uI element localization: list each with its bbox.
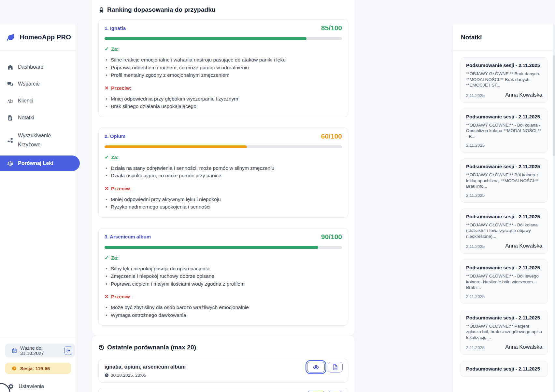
cons-item: Mniej odpowiednia przy głębokim wyczerpa… [105,95,342,103]
check-icon: ✓ [105,255,109,261]
note-title: Podsumowanie sesji - 2.11.2025 [466,366,542,372]
pros-item: Poprawa oddechem i ruchem, co może pomóc… [105,64,342,72]
notes-panel: Notatki Podsumowanie sesji - 2.11.2025 *… [453,24,555,392]
note-date: 2.11.2025 [466,193,485,198]
pros-heading: ✓Za: [105,46,342,53]
history-title: Ostatnie porównania (max 20) [107,344,196,351]
notes-panel-title: Notatki [453,24,555,41]
pros-heading: ✓Za: [105,154,342,161]
note-title: Podsumowanie sesji - 2.11.2025 [466,213,542,220]
leaf-logo-icon [7,33,15,42]
sidebar-footer-divider [0,337,76,337]
score-bar-fill [105,37,306,40]
cross-icon: ✕ [105,85,109,91]
remedy-score: 60/100 [321,132,342,140]
view-comparison-button[interactable] [307,362,325,372]
check-icon: ✓ [105,46,109,52]
history-item-actions: PDF [307,362,343,372]
pros-item: Poprawa ciepłem i małymi ilościami wody … [105,280,342,288]
network-icon [7,137,13,143]
session-timer-box: Sesja: 119:56 [5,363,71,374]
history-item-time: 30.10.2025, 23:05 [105,373,342,378]
note-title: Podsumowanie sesji - 2.11.2025 [466,114,542,120]
rank-card-opium: 2. Opium 60/100 ✓Za: Działa na stany odr… [98,128,348,218]
pros-item: Silny lęk i niepokój pasują do opisu pac… [105,265,342,273]
note-card[interactable]: Podsumowanie sesji - 2.11.2025 **OBJAWY … [461,57,548,103]
remedy-name: 3. Arsenicum album [105,234,151,239]
document-icon [7,115,13,121]
sidebar-item-wyszukiwanie-krzyzowe[interactable]: Wyszukiwanie Krzyżowe [0,128,76,153]
note-date: 2.11.2025 [466,244,485,249]
note-card[interactable]: Podsumowanie sesji - 2.11.2025 **OBJAWY … [461,260,548,304]
chat-icon [7,81,13,87]
note-preview: **OBJAWY GŁÓWNE:** Ból kolana z lekką op… [466,172,542,189]
sidebar-item-notatki[interactable]: Notatki [0,111,76,125]
ranking-header: Ranking dopasowania do przypadku [98,6,348,13]
svg-text:PDF: PDF [334,367,337,369]
cons-item: Brak silnego działania uspokajającego [105,102,342,110]
history-item[interactable]: ignatia, opium, arsenicum album 30.10.20… [98,359,348,383]
note-card[interactable]: Podsumowanie sesji - 2.11.2025 [461,361,548,377]
eye-icon [313,364,319,371]
sidebar-item-wsparcie[interactable]: Wsparcie [0,77,76,91]
home-icon [7,64,13,70]
score-bar-track [105,145,342,148]
settings-label: Ustawienia [19,384,44,389]
note-card[interactable]: Podsumowanie sesji - 2.11.2025 **OBJAWY … [461,158,548,203]
clock-icon [12,366,17,371]
history-section: Ostatnie porównania (max 20) ignatia, op… [92,335,355,392]
cross-icon: ✕ [105,186,109,191]
note-card[interactable]: Podsumowanie sesji - 2.11.2025 **OBJAWY … [461,109,548,153]
note-date: 2.11.2025 [466,93,485,98]
notes-list: Podsumowanie sesji - 2.11.2025 **OBJAWY … [453,51,555,377]
history-icon [98,345,105,351]
export-pdf-button[interactable]: PDF [328,362,343,372]
cons-list: Mniej odpowiednia przy głębokim wyczerpa… [105,95,342,110]
app-logo: HomeoApp PRO [0,24,76,42]
sidebar-item-porownaj-leki[interactable]: Porównaj Leki [0,155,80,171]
cons-item: Mniej odpowiedni przy aktywnym lęku i ni… [105,196,342,203]
remedy-name: 1. Ignatia [105,25,126,31]
pros-list: Silne reakcje emocjonalne i wahania nast… [105,56,342,79]
score-bar-track [105,246,342,249]
pros-item: Zmęczenie i niepokój ruchowy dobrze opis… [105,272,342,280]
note-author: Anna Kowalska [505,92,542,98]
medal-icon [98,7,105,13]
cons-list: Mniej odpowiedni przy aktywnym lęku i ni… [105,196,342,211]
sidebar-item-klienci[interactable]: Klienci [0,94,76,108]
note-author: Anna Kowalska [505,243,542,249]
pros-heading: ✓Za: [105,254,342,262]
note-preview: **OBJAWY GŁÓWNE:** - Ból kolana (charakt… [466,222,542,239]
score-bar-fill [105,145,247,148]
note-title: Podsumowanie sesji - 2.11.2025 [466,315,542,321]
cross-icon: ✕ [105,294,109,299]
pros-list: Działa na stany odrętwienia i senności, … [105,164,342,180]
notes-scrollbar[interactable] [553,24,555,392]
cons-heading: ✕Przeciw: [105,85,342,92]
logout-button[interactable] [64,346,72,355]
history-item-actions [307,391,343,392]
note-preview: **OBJAWY GŁÓWNE:** Pacjent zgłasza ból, … [466,323,542,341]
note-card[interactable]: Podsumowanie sesji - 2.11.2025 **OBJAWY … [461,209,548,254]
notes-scrollbar-thumb[interactable] [553,55,555,156]
logout-icon [66,348,71,353]
sidebar-item-dashboard[interactable]: Dashboard [0,60,76,74]
note-date: 2.11.2025 [466,294,485,299]
calendar-icon [12,348,17,353]
note-preview: **OBJAWY GŁÓWNE:** - Ból lewego kolana -… [466,273,542,291]
note-card[interactable]: Podsumowanie sesji - 2.11.2025 **OBJAWY … [461,310,548,355]
export-pdf-button[interactable] [328,391,343,392]
ranking-title: Ranking dopasowania do przypadku [107,6,216,13]
history-item[interactable] [98,388,348,392]
app-title: HomeoApp PRO [20,34,71,41]
note-title: Podsumowanie sesji - 2.11.2025 [466,163,542,170]
view-comparison-button[interactable] [307,391,325,392]
pros-item: Profil mentalny zgodny z emocjonalnym zm… [105,71,342,79]
remedy-name: 2. Opium [105,133,125,139]
cons-item: Ryzyko nadmiernego uspokojenia i sennośc… [105,203,342,211]
ranking-section: Ranking dopasowania do przypadku 1. Igna… [92,0,355,336]
pros-item: Działa na stany odrętwienia i senności, … [105,164,342,172]
note-preview: **OBJAWY GŁÓWNE:** Brak danych. **MODALN… [466,71,542,88]
note-author: Anna Kowalska [505,344,542,350]
session-timer-label: Sesja: 119:56 [20,366,50,371]
